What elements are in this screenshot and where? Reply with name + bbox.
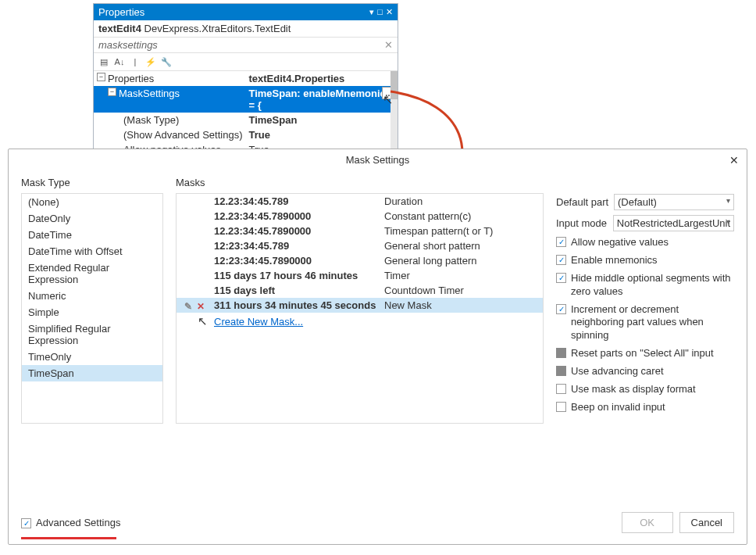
dialog-close-icon[interactable]: ✕ bbox=[729, 154, 739, 166]
pin-icon[interactable]: □ bbox=[377, 7, 383, 17]
masks-list: 12.23:34:45.789Duration12.23:34:45.78900… bbox=[176, 193, 544, 424]
masktype-item[interactable]: Numeric bbox=[22, 288, 162, 304]
allowneg-checkbox[interactable]: ✓ bbox=[556, 237, 566, 247]
delete-icon[interactable]: ✕ bbox=[197, 301, 205, 312]
collapse-icon[interactable]: − bbox=[108, 88, 116, 96]
prop-value: TimeSpan bbox=[245, 113, 398, 127]
advcaret-checkbox[interactable] bbox=[556, 366, 566, 376]
prop-row-showadv[interactable]: (Show Advanced Settings) True bbox=[94, 127, 398, 142]
prop-value: textEdit4.Properties bbox=[245, 71, 398, 86]
enablemnem-checkbox[interactable]: ✓ bbox=[556, 255, 566, 265]
cancel-button[interactable]: Cancel bbox=[679, 512, 734, 533]
alphabetical-icon[interactable]: A↓ bbox=[112, 55, 127, 69]
options-column: Default part (Default) Input mode NotRes… bbox=[556, 174, 734, 424]
masktype-item[interactable]: (None) bbox=[22, 194, 162, 210]
mask-sample: 311 hours 34 minutes 45 seconds bbox=[214, 299, 384, 311]
events-icon[interactable]: ⚡ bbox=[144, 55, 158, 69]
masks-row[interactable]: 12.23:34:45.789Duration bbox=[177, 194, 543, 209]
masktype-heading: Mask Type bbox=[21, 174, 163, 193]
mask-name: New Mask bbox=[384, 299, 543, 311]
mask-sample: 12:23:34:45.789 bbox=[214, 240, 384, 252]
wrench-icon[interactable]: 🔧 bbox=[159, 55, 173, 69]
mask-sample: 115 days left bbox=[214, 285, 384, 296]
mask-sample: 115 days 17 hours 46 minutes bbox=[214, 270, 384, 281]
masktype-item[interactable]: DateTime bbox=[22, 227, 162, 243]
mask-settings-dialog: Mask Settings ✕ Mask Type (None)DateOnly… bbox=[8, 149, 747, 545]
masktype-item[interactable]: DateTime with Offset bbox=[22, 243, 162, 260]
hidemiddle-label: Hide middle optional segments with zero … bbox=[571, 272, 734, 299]
object-name: textEdit4 bbox=[98, 23, 141, 34]
mask-name: Duration bbox=[384, 195, 543, 207]
prop-label: (Mask Type) bbox=[94, 113, 245, 127]
usemaskdisplay-checkbox[interactable] bbox=[556, 384, 566, 394]
resetparts-label: Reset parts on "Select All" input bbox=[571, 347, 734, 360]
prop-label: (Show Advanced Settings) bbox=[94, 127, 245, 142]
mask-name: Constant pattern(c) bbox=[384, 210, 543, 222]
prop-label: MaskSettings bbox=[119, 88, 180, 99]
masks-row[interactable]: 115 days 17 hours 46 minutesTimer bbox=[177, 268, 543, 283]
inputmode-label: Input mode bbox=[556, 217, 608, 229]
defaultpart-value: (Default) bbox=[618, 196, 657, 208]
prop-row-properties[interactable]: −Properties textEdit4.Properties bbox=[94, 71, 398, 86]
clear-search-icon[interactable]: ✕ bbox=[384, 39, 393, 51]
usemaskdisplay-label: Use mask as display format bbox=[571, 383, 734, 396]
masks-row[interactable]: 12.23:34:45.7890000Constant pattern(c) bbox=[177, 209, 543, 224]
defaultpart-select[interactable]: (Default) bbox=[614, 194, 734, 210]
masks-row[interactable]: 12.23:34:45.7890000Timespan pattern(t or… bbox=[177, 224, 543, 238]
masks-row[interactable]: 115 days leftCountdown Timer bbox=[177, 283, 543, 298]
categorized-icon[interactable]: ▤ bbox=[97, 55, 111, 69]
masktype-item[interactable]: Extended Regular Expression bbox=[22, 260, 162, 288]
dialog-title-text: Mask Settings bbox=[346, 154, 410, 166]
hidemiddle-checkbox[interactable]: ✓ bbox=[556, 273, 566, 283]
ok-button[interactable]: OK bbox=[622, 512, 673, 533]
properties-toolbar: ▤ A↓ | ⚡ 🔧 bbox=[94, 53, 398, 71]
advcaret-label: Use advancing caret bbox=[571, 365, 734, 378]
allowneg-label: Allow negative values bbox=[571, 236, 734, 249]
masktype-item[interactable]: Simplified Regular Expression bbox=[22, 320, 162, 349]
prop-value: TimeSpan: enableMnemonics = { bbox=[248, 88, 391, 111]
create-new-mask-link[interactable]: Create New Mask... bbox=[177, 313, 543, 329]
object-selector[interactable]: textEdit4 DevExpress.XtraEditors.TextEdi… bbox=[94, 20, 398, 38]
properties-toolbar-sep: | bbox=[128, 55, 142, 69]
close-icon[interactable]: ✕ bbox=[386, 7, 393, 17]
masks-row[interactable]: 12:23:34:45.789General short pattern bbox=[177, 238, 543, 253]
properties-panel: Properties ▾ □ ✕ textEdit4 DevExpress.Xt… bbox=[93, 3, 398, 173]
mask-sample: 12.23:34:45.7890000 bbox=[214, 210, 384, 222]
edit-icon[interactable]: ✎ bbox=[184, 301, 192, 312]
enablemnem-label: Enable mnemonics bbox=[571, 254, 734, 267]
beep-label: Beep on invalid input bbox=[571, 401, 734, 414]
masktype-list: (None)DateOnlyDateTimeDateTime with Offs… bbox=[21, 193, 163, 424]
masktype-item[interactable]: DateOnly bbox=[22, 210, 162, 227]
property-search: ✕ bbox=[94, 38, 398, 53]
collapse-icon[interactable]: − bbox=[97, 73, 105, 81]
scrollbar-thumb[interactable] bbox=[390, 71, 398, 99]
masks-row[interactable]: 12:23:34:45.7890000General long pattern bbox=[177, 253, 543, 268]
masktype-item[interactable]: Simple bbox=[22, 304, 162, 320]
prop-row-masktype[interactable]: (Mask Type) TimeSpan bbox=[94, 113, 398, 127]
resetparts-checkbox[interactable] bbox=[556, 348, 566, 358]
mask-sample: 12:23:34:45.7890000 bbox=[214, 255, 384, 267]
dialog-title: Mask Settings ✕ bbox=[9, 149, 747, 170]
masks-row[interactable]: ✎✕311 hours 34 minutes 45 secondsNew Mas… bbox=[177, 298, 543, 313]
incdec-label: Increment or decrement neighboring part … bbox=[571, 303, 734, 343]
dropdown-icon[interactable]: ▾ bbox=[369, 7, 374, 17]
inputmode-value: NotRestrictedLargestUnit bbox=[617, 217, 730, 229]
mask-name: Countdown Timer bbox=[384, 285, 543, 296]
prop-label: Properties bbox=[108, 73, 154, 84]
properties-title: Properties bbox=[98, 6, 369, 18]
mask-sample: 12.23:34:45.7890000 bbox=[214, 225, 384, 237]
defaultpart-label: Default part bbox=[556, 196, 609, 208]
incdec-checkbox[interactable]: ✓ bbox=[556, 304, 566, 314]
beep-checkbox[interactable] bbox=[556, 402, 566, 412]
masktype-column: Mask Type (None)DateOnlyDateTimeDateTime… bbox=[21, 174, 163, 424]
mask-name: General long pattern bbox=[384, 255, 543, 267]
annotation-underline bbox=[21, 537, 116, 539]
inputmode-select[interactable]: NotRestrictedLargestUnit bbox=[613, 215, 734, 231]
masktype-item[interactable]: TimeOnly bbox=[22, 349, 162, 365]
dialog-footer: ✓ Advanced Settings OK Cancel bbox=[21, 512, 734, 533]
advsettings-checkbox[interactable]: ✓ bbox=[21, 518, 31, 528]
masktype-item[interactable]: TimeSpan bbox=[22, 365, 162, 381]
search-input[interactable] bbox=[98, 39, 384, 51]
prop-row-masksettings[interactable]: −MaskSettings TimeSpan: enableMnemonics … bbox=[94, 86, 398, 113]
mask-name: General short pattern bbox=[384, 240, 543, 252]
